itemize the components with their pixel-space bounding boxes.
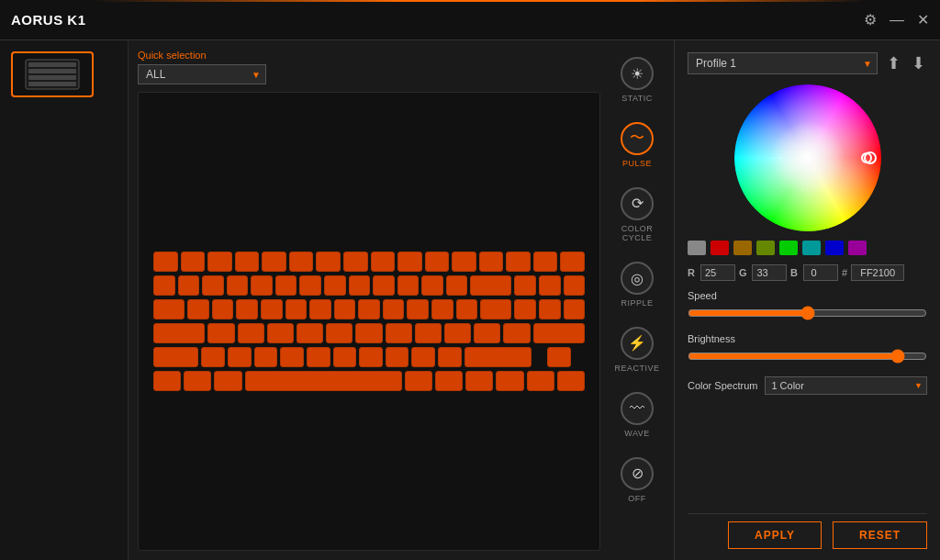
key-lctrl[interactable] xyxy=(153,371,181,391)
key-u[interactable] xyxy=(334,299,356,319)
effect-ripple[interactable]: ◎ RIPPLE xyxy=(605,254,669,316)
key-tab[interactable] xyxy=(153,299,185,319)
close-button[interactable]: ✕ xyxy=(917,13,929,28)
effect-reactive[interactable]: ⚡ REACTIVE xyxy=(605,319,669,381)
key-backspace[interactable] xyxy=(470,275,511,296)
key-f4[interactable] xyxy=(262,252,286,272)
key-t[interactable] xyxy=(285,299,308,319)
effect-pulse[interactable]: 〜 PULSE xyxy=(605,115,669,176)
key-x[interactable] xyxy=(228,347,252,367)
key-l[interactable] xyxy=(444,323,471,343)
minimize-button[interactable]: — xyxy=(890,13,904,28)
key-minus[interactable] xyxy=(421,275,443,296)
key-j[interactable] xyxy=(386,323,412,343)
key-d[interactable] xyxy=(267,323,294,343)
key-f[interactable] xyxy=(297,323,323,343)
key-h[interactable] xyxy=(355,323,382,343)
key-f6[interactable] xyxy=(316,252,341,272)
key-prtsc[interactable] xyxy=(506,252,531,272)
key-left[interactable] xyxy=(496,371,523,391)
swatch-teal[interactable] xyxy=(802,241,821,255)
key-f8[interactable] xyxy=(371,252,396,272)
key-del[interactable] xyxy=(514,299,536,319)
speed-slider[interactable] xyxy=(688,306,927,320)
key-lbracket[interactable] xyxy=(431,299,453,319)
key-r[interactable] xyxy=(261,299,283,319)
key-c[interactable] xyxy=(254,347,278,367)
key-q[interactable] xyxy=(187,299,209,319)
key-fn[interactable] xyxy=(435,371,463,391)
apply-button[interactable]: APPLY xyxy=(728,521,822,549)
r-input[interactable] xyxy=(700,264,735,281)
effect-wave[interactable]: 〰 WAVE xyxy=(605,385,669,446)
swatch-green[interactable] xyxy=(779,241,798,255)
key-f10[interactable] xyxy=(425,252,450,272)
key-pause[interactable] xyxy=(560,252,585,272)
key-f5[interactable] xyxy=(289,252,314,272)
swatch-orange[interactable] xyxy=(733,241,752,255)
swatch-purple[interactable] xyxy=(848,241,867,255)
effect-off[interactable]: ⊘ OFF xyxy=(605,450,669,511)
key-enter[interactable] xyxy=(533,323,585,343)
quick-selection-dropdown[interactable]: ALL WASD FN KEYS NUM PAD xyxy=(138,64,266,84)
key-z[interactable] xyxy=(201,347,225,367)
key-equals[interactable] xyxy=(446,275,468,296)
key-m[interactable] xyxy=(359,347,383,367)
key-f7[interactable] xyxy=(343,252,368,272)
key-scrlk[interactable] xyxy=(533,252,558,272)
key-g[interactable] xyxy=(326,323,352,343)
effect-color-cycle[interactable]: ⟳ COLORCYCLE xyxy=(605,180,669,252)
key-comma[interactable] xyxy=(386,347,409,367)
key-8[interactable] xyxy=(349,275,371,296)
key-slash[interactable] xyxy=(438,347,462,367)
key-pgdn[interactable] xyxy=(564,299,586,319)
brightness-slider[interactable] xyxy=(688,349,927,364)
swatch-yellow-green[interactable] xyxy=(756,241,775,255)
key-rctrl[interactable] xyxy=(465,371,493,391)
swatch-gray[interactable] xyxy=(688,241,706,255)
settings-button[interactable]: ⚙ xyxy=(864,13,877,28)
key-period[interactable] xyxy=(411,347,435,367)
reset-button[interactable]: RESET xyxy=(833,521,927,549)
key-rbracket[interactable] xyxy=(456,299,478,319)
key-6[interactable] xyxy=(299,275,321,296)
key-pgup[interactable] xyxy=(564,275,586,296)
key-f11[interactable] xyxy=(452,252,476,272)
key-end[interactable] xyxy=(539,299,561,319)
b-input[interactable] xyxy=(803,264,838,281)
keyboard-thumbnail[interactable] xyxy=(11,51,94,97)
key-f9[interactable] xyxy=(397,252,422,272)
key-home[interactable] xyxy=(539,275,561,296)
key-k[interactable] xyxy=(415,323,442,343)
key-0[interactable] xyxy=(397,275,420,296)
key-i[interactable] xyxy=(358,299,380,319)
key-rshift[interactable] xyxy=(464,347,532,367)
key-7[interactable] xyxy=(324,275,346,296)
key-f3[interactable] xyxy=(235,252,260,272)
swatch-red[interactable] xyxy=(711,241,729,255)
key-w[interactable] xyxy=(212,299,234,319)
key-9[interactable] xyxy=(373,275,395,296)
key-f12[interactable] xyxy=(479,252,504,272)
key-backslash[interactable] xyxy=(480,299,511,319)
key-up[interactable] xyxy=(547,347,571,367)
key-lalt[interactable] xyxy=(214,371,241,391)
profile-import-button[interactable]: ⬆ xyxy=(885,51,902,75)
effect-static[interactable]: ☀ STATIC xyxy=(605,50,669,111)
key-y[interactable] xyxy=(309,299,331,319)
key-ins[interactable] xyxy=(514,275,536,296)
key-2[interactable] xyxy=(202,275,224,296)
swatch-blue[interactable] xyxy=(825,241,844,255)
key-lwin[interactable] xyxy=(184,371,211,391)
key-b[interactable] xyxy=(307,347,330,367)
hex-input[interactable] xyxy=(851,264,904,281)
key-quote[interactable] xyxy=(503,323,530,343)
key-1[interactable] xyxy=(178,275,200,296)
key-right[interactable] xyxy=(557,371,585,391)
key-3[interactable] xyxy=(227,275,249,296)
key-lshift[interactable] xyxy=(153,347,198,367)
key-e[interactable] xyxy=(236,299,258,319)
key-s[interactable] xyxy=(238,323,264,343)
key-4[interactable] xyxy=(251,275,273,296)
key-n[interactable] xyxy=(333,347,357,367)
